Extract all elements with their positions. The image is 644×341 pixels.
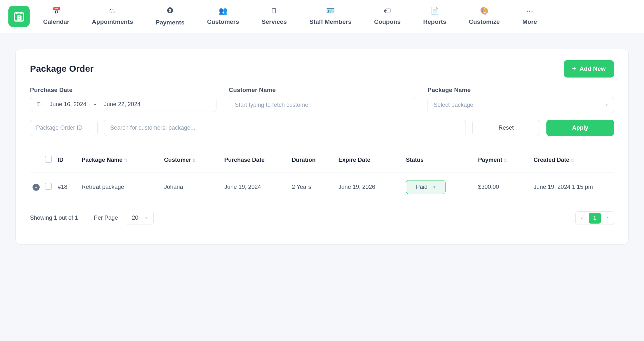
date-range-picker[interactable]: 🗓 June 16, 2024 - June 22, 2024 [30, 97, 216, 112]
page-number-button[interactable]: 1 [589, 213, 601, 224]
reports-icon: 📄 [430, 7, 439, 15]
col-created-date: Created Date⇅ [531, 148, 614, 172]
svg-text:$: $ [169, 8, 171, 13]
add-new-label: Add New [580, 65, 606, 72]
nav-reports[interactable]: 📄Reports [423, 7, 447, 26]
nav-more[interactable]: ⋯More [522, 7, 537, 26]
orders-table: ID Package Name⇅ Customer⇅ Purchase Date… [30, 148, 614, 202]
date-from: June 16, 2024 [50, 101, 86, 108]
appointments-icon: 🗂 [109, 7, 116, 15]
nav-label: Appointments [92, 18, 133, 25]
col-duration: Duration [289, 148, 336, 172]
reset-button[interactable]: Reset [472, 120, 540, 136]
col-package-name: Package Name⇅ [79, 148, 161, 172]
row-checkbox[interactable] [45, 183, 52, 190]
cell-package-name: Retreat package [79, 172, 161, 202]
purchase-date-label: Purchase Date [30, 87, 216, 94]
sort-icon[interactable]: ⇅ [504, 158, 507, 163]
sort-icon[interactable]: ⇅ [571, 158, 574, 163]
prev-page-button[interactable]: ‹ [576, 212, 588, 224]
cell-id: #18 [55, 172, 79, 202]
nav-label: Payments [156, 19, 185, 26]
calendar-icon: 🗓 [36, 101, 42, 108]
coupons-icon: 🏷 [384, 7, 391, 15]
showing-text: Showing 1 out of 1 [30, 215, 78, 221]
next-page-button[interactable]: › [602, 212, 614, 224]
chevron-down-icon: ▾ [145, 216, 148, 220]
nav-customize[interactable]: 🎨Customize [469, 7, 500, 26]
customer-name-label: Customer Name [229, 87, 415, 94]
col-customer: Customer⇅ [161, 148, 222, 172]
nav-label: Calendar [43, 18, 69, 25]
package-select-placeholder: Select package [434, 102, 473, 108]
col-id: ID [55, 148, 79, 172]
col-expire-date: Expire Date [336, 148, 404, 172]
customer-name-input[interactable] [229, 97, 415, 113]
add-new-button[interactable]: + Add New [564, 60, 614, 78]
sort-icon[interactable]: ⇅ [124, 158, 128, 163]
nav-staff[interactable]: 🪪Staff Members [309, 7, 351, 26]
nav-payments[interactable]: $Payments [156, 7, 185, 26]
nav-appointments[interactable]: 🗂Appointments [92, 7, 133, 26]
page-title: Package Order [30, 64, 94, 74]
cell-expire-date: June 19, 2026 [336, 172, 404, 202]
nav-customers[interactable]: 👥Customers [207, 7, 239, 26]
col-purchase-date: Purchase Date [222, 148, 289, 172]
chevron-down-icon: ▾ [606, 103, 608, 107]
nav-calendar[interactable]: 📅Calendar [43, 7, 69, 26]
cell-created-date: June 19, 2024 1:15 pm [531, 172, 614, 202]
nav-label: Reports [423, 18, 447, 25]
per-page-value: 20 [132, 215, 138, 221]
sort-icon[interactable]: ⇅ [192, 158, 196, 163]
search-input[interactable] [104, 120, 466, 136]
app-logo[interactable] [8, 6, 30, 27]
date-sep: - [94, 101, 96, 108]
cell-customer: Johana [161, 172, 222, 202]
nav-services[interactable]: 🗒Services [262, 7, 287, 26]
nav-label: Customize [469, 18, 500, 25]
select-all-checkbox[interactable] [45, 156, 52, 163]
top-nav: 📅Calendar 🗂Appointments $Payments 👥Custo… [0, 0, 644, 33]
col-payment: Payment⇅ [476, 148, 531, 172]
nav-label: Coupons [374, 18, 400, 25]
services-icon: 🗒 [271, 7, 278, 15]
customize-icon: 🎨 [480, 7, 489, 15]
more-icon: ⋯ [526, 7, 533, 15]
apply-button[interactable]: Apply [546, 120, 614, 136]
nav-label: More [522, 18, 537, 25]
cell-purchase-date: June 19, 2024 [222, 172, 289, 202]
order-id-input[interactable] [30, 120, 98, 136]
per-page-label: Per Page [94, 215, 118, 221]
nav-label: Staff Members [309, 18, 351, 25]
expand-row-button[interactable]: + [33, 184, 40, 191]
payments-icon: $ [167, 7, 174, 16]
nav-coupons[interactable]: 🏷Coupons [374, 7, 400, 26]
date-to: June 22, 2024 [104, 101, 140, 108]
col-status: Status [403, 148, 476, 172]
nav-label: Customers [207, 18, 239, 25]
cell-duration: 2 Years [289, 172, 336, 202]
calendar-icon: 📅 [52, 7, 61, 15]
plus-icon: + [572, 65, 576, 73]
main-card: Package Order + Add New Purchase Date 🗓 … [15, 49, 629, 244]
per-page-select[interactable]: 20 ▾ [126, 211, 154, 225]
logo-icon [13, 10, 25, 23]
customers-icon: 👥 [219, 7, 227, 15]
chevron-down-icon: ▾ [433, 185, 436, 189]
pagination: ‹ 1 › [575, 211, 614, 225]
divider [86, 213, 86, 223]
status-select[interactable]: Paid ▾ [406, 180, 446, 194]
cell-payment: $300.00 [476, 172, 531, 202]
package-select[interactable]: Select package ▾ [428, 97, 614, 113]
table-row: + #18 Retreat package Johana June 19, 20… [30, 172, 614, 202]
staff-icon: 🪪 [326, 7, 335, 15]
nav-label: Services [262, 18, 287, 25]
status-value: Paid [416, 184, 428, 190]
nav-items: 📅Calendar 🗂Appointments $Payments 👥Custo… [43, 7, 636, 26]
package-name-label: Package Name [428, 87, 614, 94]
